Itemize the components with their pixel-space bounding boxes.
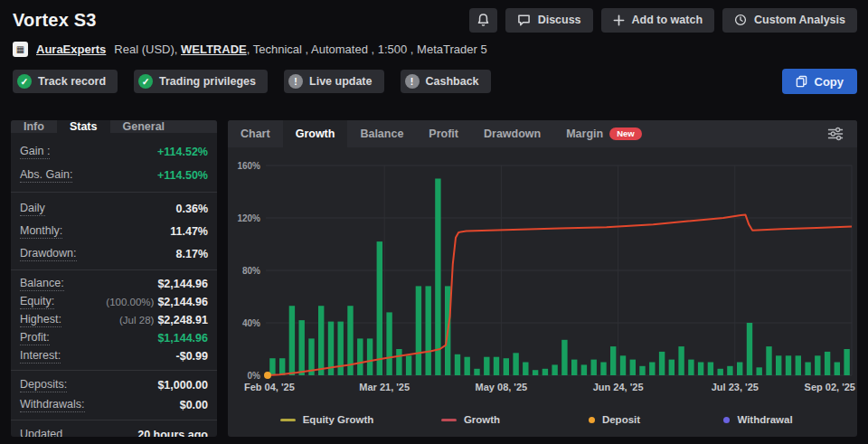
custom-analysis-button[interactable]: Custom Analysis bbox=[722, 8, 857, 33]
badge-label: Cashback bbox=[426, 75, 479, 88]
legend-item-deposit[interactable]: Deposit bbox=[542, 414, 686, 425]
stat-value: +114.52% bbox=[157, 146, 208, 158]
chart-tabstrip: ChartGrowthBalanceProfitDrawdownMarginNe… bbox=[228, 120, 857, 147]
badge-cashback[interactable]: !Cashback bbox=[401, 70, 491, 93]
stat-label-gain: Gain : bbox=[20, 145, 50, 159]
gain-bar bbox=[504, 358, 509, 375]
stat-value: (Jul 28)$2,248.91 bbox=[119, 314, 208, 326]
x-axis-tick: Sep 02, '25 bbox=[805, 382, 855, 392]
chart-tab-chart[interactable]: Chart bbox=[228, 120, 283, 147]
line-swatch-icon bbox=[280, 419, 296, 421]
top-bar: Vortex S3 Discuss Ad bbox=[0, 0, 868, 33]
copy-button[interactable]: Copy bbox=[782, 69, 858, 94]
chart-tab-drawdown[interactable]: Drawdown bbox=[471, 120, 553, 147]
chart-tab-profit[interactable]: Profit bbox=[416, 120, 471, 147]
stat-label-monthly: Monthly: bbox=[20, 224, 62, 239]
add-to-watch-button[interactable]: Add to watch bbox=[601, 8, 714, 33]
badge-track-record[interactable]: ✓Track record bbox=[13, 70, 118, 93]
chart-panel: ChartGrowthBalanceProfitDrawdownMarginNe… bbox=[228, 120, 857, 437]
stat-row: Daily0.36% bbox=[11, 197, 217, 220]
stats-tab-info[interactable]: Info bbox=[11, 120, 57, 133]
stats-tab-label: Info bbox=[24, 120, 44, 133]
stat-label-updated: Updated bbox=[20, 428, 62, 437]
author-link[interactable]: AuraExperts bbox=[36, 43, 106, 56]
gain-bar bbox=[474, 369, 479, 375]
chart-tab-label: Balance bbox=[360, 128, 403, 140]
gain-bar bbox=[455, 354, 460, 375]
gain-bar bbox=[776, 355, 781, 375]
gain-bar bbox=[825, 352, 830, 375]
legend-item-equity-growth[interactable]: Equity Growth bbox=[255, 414, 399, 425]
verification-badges: ✓Track record✓Trading privileges!Live up… bbox=[13, 70, 491, 93]
stats-section: Updated20 hours agoTracking4 bbox=[11, 420, 217, 437]
stat-value-prefix: (100.00%) bbox=[106, 297, 154, 307]
top-actions: Discuss Add to watch Custom Analysis bbox=[469, 8, 857, 33]
stats-body: Gain :+114.52%Abs. Gain:+114.50%Daily0.3… bbox=[11, 133, 217, 437]
stats-tab-stats[interactable]: Stats bbox=[57, 120, 110, 133]
clock-icon bbox=[734, 14, 747, 26]
stat-value: (100.00%)$2,144.96 bbox=[106, 296, 208, 308]
account-type: Real (USD), bbox=[114, 43, 177, 56]
stat-row: Drawdown:8.17% bbox=[11, 242, 217, 265]
author-avatar: ▦ bbox=[13, 42, 28, 57]
plus-icon bbox=[613, 14, 625, 26]
x-axis-tick: Jul 23, '25 bbox=[712, 382, 759, 392]
stat-label-profit: Profit: bbox=[20, 331, 50, 345]
gain-bar bbox=[561, 340, 567, 375]
gain-bar bbox=[718, 369, 723, 375]
gain-bar bbox=[523, 363, 528, 376]
legend-item-growth[interactable]: Growth bbox=[399, 414, 542, 425]
stat-label-balance: Balance: bbox=[20, 277, 64, 291]
legend-label: Withdrawal bbox=[737, 414, 792, 425]
stat-row: Abs. Gain:+114.50% bbox=[11, 164, 217, 187]
chart-tab-label: Chart bbox=[241, 128, 270, 140]
legend-label: Equity Growth bbox=[303, 414, 374, 425]
notifications-button[interactable] bbox=[469, 8, 497, 33]
stat-value: $1,144.96 bbox=[157, 332, 208, 345]
stats-tab-general[interactable]: General bbox=[110, 120, 178, 133]
line-swatch-icon bbox=[441, 419, 457, 421]
deposit-marker bbox=[264, 372, 271, 379]
stats-panel: InfoStatsGeneral Gain :+114.52%Abs. Gain… bbox=[11, 120, 217, 437]
gain-bar bbox=[552, 364, 557, 375]
stat-label-drawdown: Drawdown: bbox=[20, 247, 77, 261]
gain-bar bbox=[669, 360, 675, 375]
gain-bar bbox=[630, 360, 636, 375]
legend-item-withdrawal[interactable]: Withdrawal bbox=[686, 414, 830, 425]
gain-bar bbox=[426, 286, 431, 375]
y-axis-tick: 160% bbox=[237, 161, 260, 171]
gain-bar bbox=[678, 346, 684, 375]
gain-bar bbox=[581, 364, 587, 375]
badge-trading-privileges[interactable]: ✓Trading privileges bbox=[134, 70, 268, 93]
chart-tab-margin[interactable]: MarginNew bbox=[553, 120, 655, 147]
gain-bar bbox=[835, 363, 840, 376]
stat-value: $0.00 bbox=[180, 399, 208, 411]
gain-bar bbox=[494, 357, 499, 375]
x-axis-tick: Feb 04, '25 bbox=[244, 382, 295, 392]
discuss-button[interactable]: Discuss bbox=[505, 8, 593, 33]
chart-tab-balance[interactable]: Balance bbox=[347, 120, 416, 147]
bell-icon bbox=[476, 13, 490, 27]
gain-bar bbox=[289, 306, 295, 375]
copy-icon bbox=[796, 75, 807, 88]
stat-row: Deposits:$1,000.00 bbox=[11, 375, 217, 395]
chart-tab-growth[interactable]: Growth bbox=[283, 120, 348, 147]
chart-tab-label: Drawdown bbox=[484, 128, 541, 140]
stat-value: $2,144.96 bbox=[157, 278, 208, 290]
x-axis-tick: Jun 24, '25 bbox=[593, 382, 644, 392]
gain-bar bbox=[844, 349, 849, 375]
badge-label: Track record bbox=[38, 75, 106, 88]
broker-link[interactable]: WELTRADE bbox=[181, 43, 247, 56]
chart-settings-button[interactable] bbox=[825, 124, 846, 144]
stat-row: Monthly:11.47% bbox=[11, 220, 217, 242]
stat-value-prefix: (Jul 28) bbox=[119, 315, 154, 326]
gain-bar bbox=[367, 338, 373, 375]
discuss-label: Discuss bbox=[538, 14, 581, 26]
stats-section: Daily0.36%Monthly:11.47%Drawdown:8.17% bbox=[11, 192, 217, 269]
badge-live-update[interactable]: !Live update bbox=[284, 70, 383, 93]
exclamation-icon: ! bbox=[288, 74, 303, 89]
gain-bar bbox=[747, 323, 752, 375]
speech-bubble-icon bbox=[517, 14, 531, 26]
stat-value: 20 hours ago bbox=[137, 429, 208, 438]
exclamation-icon: ! bbox=[405, 74, 420, 89]
